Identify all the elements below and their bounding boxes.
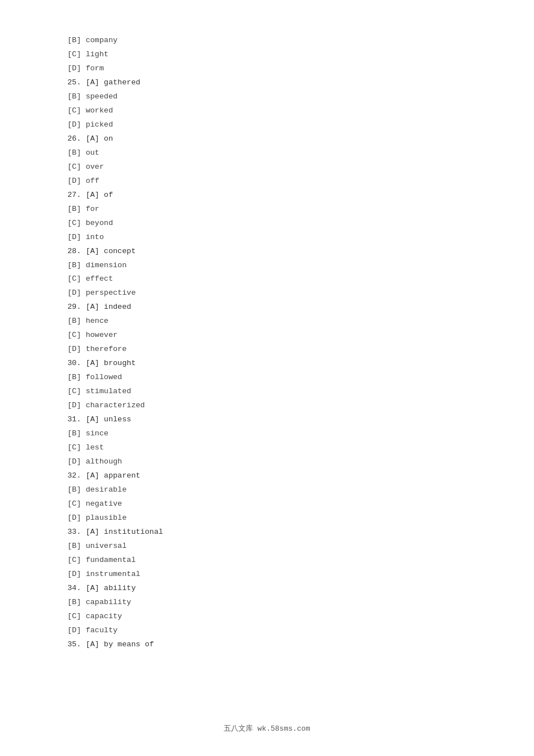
question-item: 26. [A] on xyxy=(67,132,467,146)
option-item: [D] therefore xyxy=(67,343,467,357)
option-item: [B] company xyxy=(67,34,467,48)
option-item: [D] off xyxy=(67,174,467,188)
option-item: [D] instrumental xyxy=(67,568,467,582)
option-item: [C] worked xyxy=(67,104,467,118)
question-item: 33. [A] institutional xyxy=(67,525,467,539)
question-item: 31. [A] unless xyxy=(67,413,467,427)
question-item: 29. [A] indeed xyxy=(67,300,467,314)
option-item: [B] speeded xyxy=(67,90,467,104)
question-item: 25. [A] gathered xyxy=(67,76,467,90)
option-item: [D] characterized xyxy=(67,399,467,413)
option-item: [C] fundamental xyxy=(67,554,467,568)
footer-text: 五八文库 wk.58sms.com xyxy=(224,724,310,733)
option-item: [D] picked xyxy=(67,118,467,132)
question-item: 28. [A] concept xyxy=(67,245,467,259)
page-container: [B] company[C] light[D] form25. [A] gath… xyxy=(0,0,534,756)
option-item: [B] for xyxy=(67,202,467,217)
question-item: 35. [A] by means of xyxy=(67,638,467,652)
option-item: [D] although xyxy=(67,455,467,469)
option-item: [C] beyond xyxy=(67,217,467,231)
option-item: [C] lest xyxy=(67,441,467,455)
option-item: [D] plausible xyxy=(67,511,467,525)
question-item: 27. [A] of xyxy=(67,188,467,202)
option-item: [C] light xyxy=(67,48,467,62)
content-list: [B] company[C] light[D] form25. [A] gath… xyxy=(67,34,467,652)
option-item: [C] stimulated xyxy=(67,385,467,399)
option-item: [B] out xyxy=(67,146,467,160)
option-item: [D] faculty xyxy=(67,624,467,638)
option-item: [B] capability xyxy=(67,596,467,610)
option-item: [C] effect xyxy=(67,272,467,286)
option-item: [C] negative xyxy=(67,497,467,511)
question-item: 32. [A] apparent xyxy=(67,469,467,483)
footer: 五八文库 wk.58sms.com xyxy=(0,723,534,734)
question-item: 30. [A] brought xyxy=(67,357,467,371)
option-item: [D] into xyxy=(67,231,467,245)
question-item: 34. [A] ability xyxy=(67,582,467,596)
option-item: [B] hence xyxy=(67,314,467,328)
option-item: [C] over xyxy=(67,160,467,174)
option-item: [C] capacity xyxy=(67,610,467,624)
option-item: [D] form xyxy=(67,62,467,76)
option-item: [B] universal xyxy=(67,539,467,554)
option-item: [D] perspective xyxy=(67,286,467,300)
option-item: [B] desirable xyxy=(67,483,467,497)
option-item: [B] dimension xyxy=(67,259,467,273)
option-item: [B] followed xyxy=(67,371,467,385)
option-item: [B] since xyxy=(67,427,467,441)
option-item: [C] however xyxy=(67,328,467,343)
